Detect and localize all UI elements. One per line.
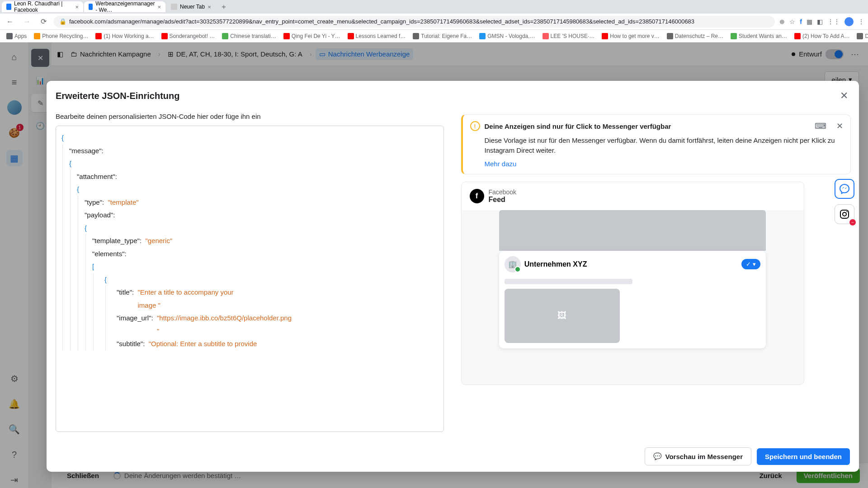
json-setup-modal: Erweiterte JSON-Einrichtung ✕ Bearbeite …	[47, 81, 859, 472]
bookmark[interactable]: Tutorial: Eigene Fa…	[410, 32, 475, 40]
feedback-icon[interactable]: ⌨	[815, 121, 826, 131]
address-bar[interactable]: 🔒facebook.com/adsmanager/manage/ads/edit…	[54, 16, 775, 28]
save-and-exit-button[interactable]: Speichern und beenden	[757, 448, 850, 465]
bookmark[interactable]: Datenschutz – Re…	[664, 32, 726, 40]
svg-point-1	[843, 212, 846, 216]
tab-title: Neuer Tab	[180, 4, 205, 10]
browser-tab[interactable]: Werbeanzeigenmanager - We…×	[84, 1, 165, 12]
json-editor-pane: Bearbeite deinen personalisierten JSON-C…	[47, 109, 453, 441]
browser-tab[interactable]: Neuer Tab×	[166, 1, 216, 12]
back-button[interactable]: ←	[4, 17, 16, 27]
preview-placeholder	[499, 210, 766, 251]
browser-tab[interactable]: Leon R. Chaudhari | Facebook×	[2, 1, 83, 12]
blocked-badge-icon: –	[849, 219, 856, 225]
new-tab-button[interactable]: ＋	[217, 2, 231, 12]
modal-footer: 💬Vorschau im Messenger Speichern und bee…	[47, 441, 859, 472]
warning-title: Deine Anzeigen sind nur für Click to Mes…	[485, 122, 811, 130]
ad-preview-card: f Facebook Feed 🏢 Unternehmen XYZ ✓ ▾	[461, 182, 804, 385]
forward-button[interactable]: →	[21, 17, 33, 27]
bookmark[interactable]: Qing Fei De Yi - Y…	[281, 32, 343, 40]
lock-icon: 🔒	[59, 18, 66, 25]
warning-icon: !	[470, 121, 480, 131]
bookmark[interactable]: Apps	[4, 32, 29, 40]
message-skeleton	[505, 279, 632, 284]
bookmark[interactable]: LEE 'S HOUSE·…	[540, 32, 598, 40]
messenger-channel[interactable]	[835, 179, 854, 199]
svg-point-2	[846, 211, 847, 212]
facebook-icon: f	[470, 189, 484, 203]
close-icon[interactable]: ×	[157, 4, 161, 10]
bookmarks-bar: Apps Phone Recycling… (1) How Working a……	[0, 30, 868, 42]
tab-title: Werbeanzeigenmanager - We…	[95, 0, 155, 13]
verified-pill: ✓ ▾	[741, 259, 760, 269]
close-icon[interactable]: ×	[208, 4, 211, 10]
message-image-placeholder: 🖼	[505, 289, 620, 343]
bookmark[interactable]: (2) How To Add A…	[792, 32, 853, 40]
bookmark[interactable]: (1) How Working a…	[93, 32, 156, 40]
preview-platform: Facebook	[489, 188, 516, 196]
bookmark[interactable]: Download - Cooki…	[854, 32, 868, 40]
messenger-icon: 💬	[653, 452, 662, 460]
bookmark[interactable]: GMSN - Vologda,…	[476, 32, 538, 40]
bookmark[interactable]: How to get more v…	[599, 32, 662, 40]
business-name: Unternehmen XYZ	[524, 260, 587, 268]
profile-icon[interactable]	[844, 17, 854, 26]
facebook-ext-icon[interactable]: f	[800, 18, 802, 25]
bookmark[interactable]: Lessons Learned f…	[345, 32, 409, 40]
preview-pane: ! Deine Anzeigen sind nur für Click to M…	[453, 109, 859, 441]
ext-icon[interactable]: ◧	[817, 18, 823, 25]
bookmark[interactable]: Phone Recycling…	[31, 32, 91, 40]
browser-tab-strip: Leon R. Chaudhari | Facebook× Werbeanzei…	[0, 0, 868, 14]
close-icon[interactable]: ×	[75, 4, 79, 10]
bookmark[interactable]: Chinese translati…	[219, 32, 278, 40]
conversation-card: 🏢 Unternehmen XYZ ✓ ▾ 🖼	[499, 251, 766, 348]
channel-selector: –	[835, 179, 854, 224]
ext-icon[interactable]: ⋮⋮	[827, 18, 840, 25]
warning-banner: ! Deine Anzeigen sind nur für Click to M…	[461, 114, 851, 174]
warning-close-button[interactable]: ✕	[836, 121, 843, 131]
zoom-icon[interactable]: ⊕	[779, 18, 785, 25]
json-editor[interactable]: { "message": { "attachment": { "type": "…	[56, 126, 444, 432]
business-avatar: 🏢	[505, 256, 521, 272]
modal-close-button[interactable]: ✕	[838, 88, 850, 103]
extension-area: ⊕ ☆ f ▦ ◧ ⋮⋮ ⋮	[779, 17, 864, 26]
editor-instruction: Bearbeite deinen personalisierten JSON-C…	[56, 113, 444, 120]
reload-button[interactable]: ⟳	[38, 16, 49, 27]
ext-icon[interactable]: ▦	[807, 18, 812, 25]
browser-toolbar: ← → ⟳ 🔒facebook.com/adsmanager/manage/ad…	[0, 14, 868, 30]
chevron-down-icon: ▾	[753, 261, 756, 267]
preview-messenger-button[interactable]: 💬Vorschau im Messenger	[645, 447, 751, 465]
star-icon[interactable]: ☆	[789, 18, 795, 25]
tab-title: Leon R. Chaudhari | Facebook	[14, 0, 72, 13]
modal-title: Erweiterte JSON-Einrichtung	[56, 91, 180, 101]
menu-icon[interactable]: ⋮	[858, 18, 864, 25]
warning-body: Diese Vorlage ist nur für den Messenger …	[485, 136, 844, 155]
instagram-channel[interactable]: –	[835, 204, 854, 224]
bookmark[interactable]: Sonderangebot! …	[159, 32, 218, 40]
url-text: facebook.com/adsmanager/manage/ads/edit?…	[69, 18, 694, 25]
preview-surface: Feed	[489, 196, 516, 204]
warning-link[interactable]: Mehr dazu	[485, 160, 844, 168]
bookmark[interactable]: Student Wants an…	[728, 32, 790, 40]
